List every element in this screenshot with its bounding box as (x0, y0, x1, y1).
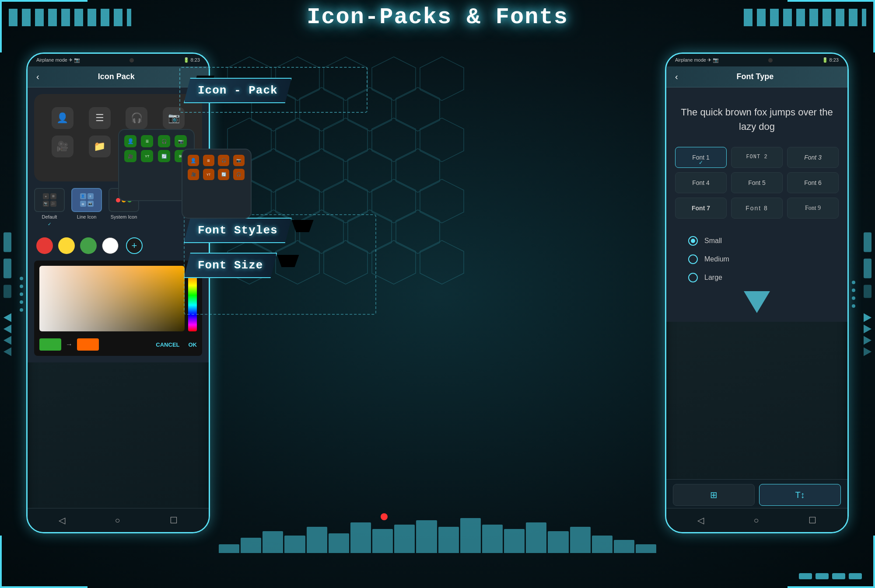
green-icon-7[interactable]: 🔄 (158, 150, 170, 162)
right-side-dots (852, 281, 855, 308)
font-btn-1[interactable]: Font 1 ✓ (675, 147, 727, 168)
font-btn-7[interactable]: Font 7 (675, 198, 727, 219)
right-dot-2 (852, 289, 855, 292)
green-icon-5[interactable]: 🎥 (124, 150, 136, 162)
right-dot-4 (852, 304, 855, 308)
icon-set-default[interactable]: ≡ ⊞ 📷 🎥 Default ✓ (34, 188, 65, 226)
green-icon-3[interactable]: 🎧 (158, 135, 170, 147)
icon-item-headphone[interactable]: 🎧 (122, 107, 152, 129)
swatch-red[interactable] (36, 237, 53, 254)
color-to (77, 338, 99, 351)
right-nav-recent[interactable]: ☐ (808, 515, 816, 525)
font-toolbar-icon: T↕ (795, 490, 805, 500)
orange-icon-2[interactable]: ≡ (203, 155, 214, 166)
icon-item-folder[interactable]: 📁 (84, 136, 115, 157)
font-btn-4[interactable]: Font 4 (675, 172, 727, 193)
orange-icon-8[interactable]: 🎧 (233, 169, 245, 180)
orange-icon-4[interactable]: 📷 (233, 155, 245, 166)
size-large[interactable]: Large (688, 273, 826, 282)
eq-bar-16 (548, 531, 568, 553)
right-back-button[interactable]: ‹ (675, 72, 678, 82)
right-chevron-2 (864, 324, 872, 333)
add-color-button[interactable]: + (126, 237, 143, 254)
eq-bar-4 (284, 536, 305, 553)
left-back-button[interactable]: ‹ (36, 72, 39, 82)
font-btn-3[interactable]: Font 3 (787, 147, 839, 168)
green-icon-4[interactable]: 📷 (175, 135, 187, 147)
dot-3 (832, 573, 845, 579)
green-icon-6[interactable]: YT (141, 150, 153, 162)
font-btn-5[interactable]: Font 5 (731, 172, 783, 193)
left-side-dots (20, 277, 23, 312)
size-medium[interactable]: Medium (688, 254, 826, 264)
right-nav-home[interactable]: ○ (753, 515, 759, 525)
corner-tr-deco (788, 0, 875, 52)
green-icon-2[interactable]: ≡ (141, 135, 153, 147)
left-nav-back[interactable]: ◁ (59, 515, 65, 525)
left-nav-recent[interactable]: ☐ (170, 515, 178, 525)
eq-bar-13 (482, 525, 503, 553)
font-size-radio-group: Small Medium Large (675, 232, 839, 287)
cancel-button[interactable]: CANCEL (156, 341, 179, 348)
font-2-label: FONT 2 (746, 154, 767, 160)
size-small[interactable]: Small (688, 236, 826, 246)
system-icon-label: System Icon (111, 214, 137, 219)
green-icon-grid: 👤 ≡ 🎧 📷 🎥 YT 🔄 ✉ (124, 135, 189, 162)
color-swatches: + (34, 233, 202, 258)
video-icon: 🎥 (52, 136, 74, 157)
color-picker-container (39, 266, 197, 335)
right-camera-dot (768, 58, 773, 63)
right-nav-back[interactable]: ◁ (697, 515, 704, 525)
chevron-4 (4, 347, 11, 356)
icon-item-video[interactable]: 🎥 (47, 136, 78, 157)
icon-pack-toolbar-btn[interactable]: ⊞ (673, 484, 755, 506)
right-chevron-1 (864, 313, 872, 322)
icon-pack-label-container: Icon - Pack (184, 78, 292, 103)
orange-icon-7[interactable]: 🔄 (218, 169, 229, 180)
left-deco-1 (4, 232, 11, 252)
headphone-icon: 🎧 (126, 107, 147, 129)
font-btn-6[interactable]: Font 6 (787, 172, 839, 193)
default-checkmark: ✓ (48, 222, 51, 226)
default-label: Default (42, 214, 57, 219)
font-btn-2[interactable]: FONT 2 (731, 147, 783, 168)
icon-set-line[interactable]: 👤 ≡ ⊞ 📷 Line Icon (71, 188, 102, 219)
font-8-label: Font 8 (746, 205, 768, 212)
corner-bl-deco (0, 536, 88, 588)
swatch-green[interactable] (80, 237, 97, 254)
size-large-radio[interactable] (688, 273, 698, 282)
folder-icon: 📁 (89, 136, 111, 157)
font-btn-9[interactable]: Font 9 (787, 198, 839, 219)
font-7-label: Font 7 (692, 205, 710, 212)
font-btn-8[interactable]: Font 8 (731, 198, 783, 219)
message-icon: ☰ (89, 107, 111, 129)
green-icon-1[interactable]: 👤 (124, 135, 136, 147)
icon-overlay-orange: 👤 ≡ 🎧 📷 🎥 YT 🔄 🎧 (182, 149, 252, 219)
size-medium-radio[interactable] (688, 254, 698, 264)
left-dot-1 (20, 277, 23, 280)
color-picker[interactable]: → CANCEL OK (34, 261, 202, 356)
left-nav-home[interactable]: ○ (115, 515, 120, 525)
icon-item-contact[interactable]: 👤 (47, 107, 78, 129)
eq-bar-10 (416, 520, 437, 553)
swatch-white[interactable] (102, 237, 119, 254)
right-chevrons (864, 313, 872, 356)
color-gradient-picker[interactable] (39, 266, 185, 331)
orange-icon-6[interactable]: YT (203, 169, 214, 180)
orange-icon-5[interactable]: 🎥 (188, 169, 199, 180)
eq-bar-20 (636, 544, 656, 553)
eq-bar-14 (504, 529, 525, 553)
font-3-label: Font 3 (804, 154, 822, 161)
chevron-3 (4, 336, 11, 344)
size-small-radio[interactable] (688, 236, 698, 246)
orange-icon-grid: 👤 ≡ 🎧 📷 🎥 YT 🔄 🎧 (188, 155, 245, 180)
icon-item-message[interactable]: ☰ (84, 107, 115, 129)
left-dot-5 (20, 308, 23, 312)
swatch-yellow[interactable] (58, 237, 75, 254)
corner-tl-deco (0, 0, 88, 52)
dot-2 (816, 573, 829, 579)
orange-icon-3[interactable]: 🎧 (218, 155, 229, 166)
ok-button[interactable]: OK (189, 341, 197, 348)
orange-icon-1[interactable]: 👤 (188, 155, 199, 166)
font-toolbar-btn[interactable]: T↕ (759, 484, 841, 506)
